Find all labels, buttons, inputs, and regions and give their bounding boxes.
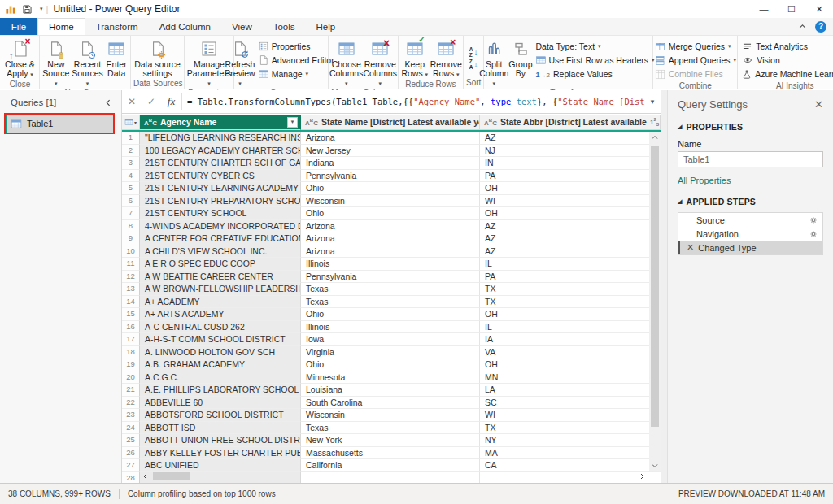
row-number[interactable]: 8 <box>122 220 140 233</box>
profiling-status[interactable]: Column profiling based on top 1000 rows <box>128 489 276 498</box>
enter-data-button[interactable]: Enter Data <box>103 37 129 78</box>
table-cell[interactable]: A+ ARTS ACADEMY <box>140 308 301 321</box>
row-number[interactable]: 26 <box>122 447 140 460</box>
row-number[interactable]: 6 <box>122 195 140 208</box>
table-cell[interactable]: 21ST CENTURY CYBER CS <box>140 170 301 183</box>
applied-step-navigation[interactable]: Navigation <box>678 227 822 241</box>
table-cell[interactable]: Massachusetts <box>301 447 480 460</box>
table-cell[interactable]: California <box>301 459 480 472</box>
table-cell[interactable]: New Jersey <box>301 145 480 158</box>
expand-formula-bar-icon[interactable]: ▾ <box>644 98 661 106</box>
sort-ascending-button[interactable]: AZ↓ <box>467 46 481 59</box>
refresh-preview-button[interactable]: Refresh Preview ▾ <box>225 37 255 88</box>
table-cell[interactable]: AZ <box>480 232 648 245</box>
row-number[interactable]: 18 <box>122 346 140 359</box>
row-number[interactable]: 22 <box>122 397 140 410</box>
table-cell[interactable]: OH <box>480 308 648 321</box>
row-number[interactable]: 27 <box>122 459 140 472</box>
table-cell[interactable]: Pennsylvania <box>301 170 480 183</box>
save-icon[interactable] <box>22 4 33 15</box>
table-cell[interactable]: 21ST CENTURY SCHOOL <box>140 207 301 220</box>
properties-button[interactable]: Properties <box>255 40 338 53</box>
table-cell[interactable]: AZ <box>480 220 648 233</box>
table-cell[interactable]: Arizona <box>301 220 480 233</box>
table-cell[interactable]: Virginia <box>301 346 480 359</box>
vertical-scrollbar[interactable] <box>649 132 661 471</box>
query-name-input[interactable] <box>678 151 823 167</box>
step-settings-gear-icon[interactable] <box>809 216 818 224</box>
table-cell[interactable]: Wisconsin <box>301 195 480 208</box>
table-cell[interactable]: IL <box>480 321 648 334</box>
row-number[interactable]: 11 <box>122 258 140 271</box>
table-cell[interactable]: OH <box>480 207 648 220</box>
row-number[interactable]: 24 <box>122 422 140 435</box>
table-cell[interactable]: A. LINWOOD HOLTON GOV SCH <box>140 346 301 359</box>
tab-help[interactable]: Help <box>306 18 347 35</box>
confirm-formula-icon[interactable]: ✓ <box>142 96 161 107</box>
tab-transform[interactable]: Transform <box>85 18 149 35</box>
table-cell[interactable]: OH <box>480 182 648 195</box>
table-cell[interactable]: OH <box>480 358 648 371</box>
select-all-corner[interactable]: ▾ <box>122 115 140 130</box>
table-cell[interactable]: MA <box>480 447 648 460</box>
table-cell[interactable]: Iowa <box>301 333 480 346</box>
scroll-down-icon[interactable] <box>649 460 661 471</box>
table-cell[interactable]: ABC UNIFIED <box>140 459 301 472</box>
table-cell[interactable]: Indiana <box>301 157 480 170</box>
table-cell[interactable]: 4-WINDS ACADEMY INCORPORATED DBA 4-WINDS… <box>140 220 301 233</box>
delete-step-icon[interactable]: ✕ <box>687 242 694 253</box>
close-settings-icon[interactable]: ✕ <box>814 98 823 111</box>
tab-view[interactable]: View <box>221 18 263 35</box>
all-properties-link[interactable]: All Properties <box>678 176 823 185</box>
table-cell[interactable]: 100 LEGACY ACADEMY CHARTER SCHOOL <box>140 145 301 158</box>
row-number[interactable]: 21 <box>122 384 140 397</box>
table-cell[interactable]: Ohio <box>301 358 480 371</box>
table-cell[interactable]: LA <box>480 384 648 397</box>
table-cell[interactable]: Illinois <box>301 258 480 271</box>
table-cell[interactable]: TX <box>480 422 648 435</box>
table-cell[interactable]: IL <box>480 258 648 271</box>
table-cell[interactable]: A W BEATTIE CAREER CENTER <box>140 271 301 284</box>
new-source-button[interactable]: New Source ▾ <box>41 37 72 88</box>
applied-step-changed-type[interactable]: ✕ Changed Type <box>678 241 822 254</box>
row-number[interactable]: 10 <box>122 245 140 259</box>
close-window-button[interactable]: ✕ <box>805 0 833 18</box>
applied-step-source[interactable]: Source <box>678 213 822 227</box>
collapse-section-icon[interactable]: ◢ <box>678 198 683 205</box>
row-number[interactable]: 2 <box>122 145 140 158</box>
row-number[interactable]: 14 <box>122 296 140 309</box>
minimize-button[interactable]: — <box>750 0 778 18</box>
azure-machine-learning-button[interactable]: Azure Machine Learning <box>739 67 833 80</box>
row-number[interactable]: 12 <box>122 271 140 284</box>
column-header-agency-name[interactable]: ABC Agency Name ▼ <box>140 115 301 130</box>
table-cell[interactable]: Wisconsin <box>301 409 480 422</box>
row-number[interactable]: 15 <box>122 308 140 321</box>
table-cell[interactable]: ABBOTT UNION FREE SCHOOL DISTRICT <box>140 434 301 447</box>
table-cell[interactable]: CA <box>480 459 648 472</box>
table-cell[interactable]: Texas <box>301 283 480 296</box>
row-number[interactable]: 7 <box>122 207 140 220</box>
quick-access-chevron-icon[interactable]: ▾ <box>40 6 43 12</box>
advanced-editor-button[interactable]: Advanced Editor <box>255 54 338 67</box>
table-cell[interactable]: SC <box>480 397 648 410</box>
table-cell[interactable]: MN <box>480 371 648 385</box>
cancel-formula-icon[interactable]: ✕ <box>122 96 142 107</box>
split-column-button[interactable]: Split Column ▾ <box>479 37 508 88</box>
horizontal-scroll-thumb[interactable] <box>153 472 190 480</box>
horizontal-scrollbar[interactable] <box>142 471 646 481</box>
table-cell[interactable]: A E R O SPEC EDUC COOP <box>140 258 301 271</box>
data-type-button[interactable]: Data Type: Text ▾ <box>533 40 658 53</box>
table-cell[interactable]: TX <box>480 283 648 296</box>
table-cell[interactable]: Louisiana <box>301 384 480 397</box>
use-first-row-as-headers-button[interactable]: Use First Row as Headers ▾ <box>533 54 658 67</box>
collapse-ribbon-icon[interactable] <box>798 22 807 31</box>
tab-tools[interactable]: Tools <box>263 18 306 35</box>
recent-sources-button[interactable]: Recent Sources ▾ <box>72 37 104 88</box>
table-cell[interactable]: Ohio <box>301 182 480 195</box>
table-cell[interactable]: A.C.G.C. <box>140 371 301 385</box>
table-cell[interactable]: A+ ACADEMY <box>140 296 301 309</box>
table-cell[interactable]: IN <box>480 157 648 170</box>
table-cell[interactable]: Arizona <box>301 232 480 245</box>
group-by-button[interactable]: Group By <box>508 37 532 78</box>
table-cell[interactable]: A.B. GRAHAM ACADEMY <box>140 358 301 371</box>
